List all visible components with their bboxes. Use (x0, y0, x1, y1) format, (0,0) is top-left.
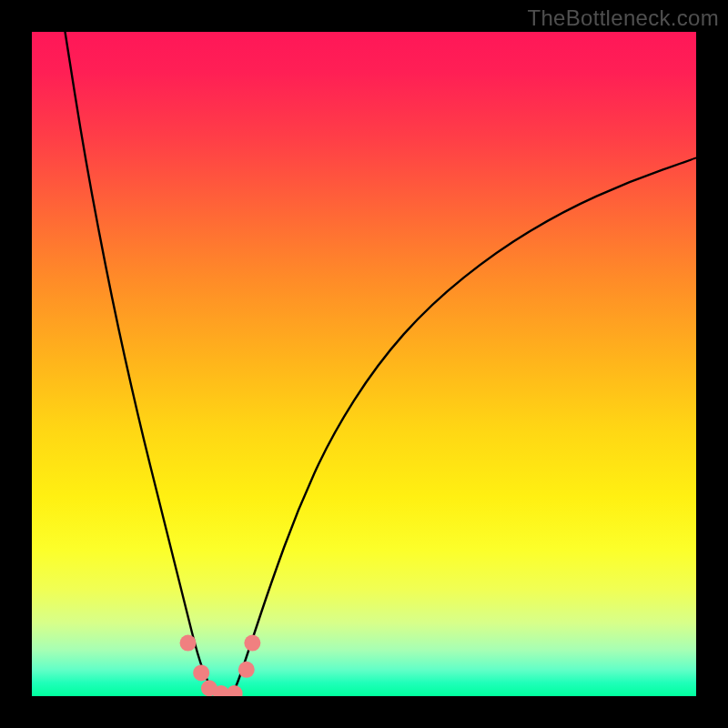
plot-area (32, 32, 696, 696)
curve-marker (238, 662, 255, 678)
curve-marker (180, 635, 197, 652)
curve-markers (180, 635, 261, 696)
bottleneck-curve (66, 32, 697, 696)
curve-marker (193, 664, 209, 681)
curve-marker (227, 685, 243, 696)
curve-layer (32, 32, 696, 696)
curve-marker (244, 635, 260, 652)
watermark-text: TheBottleneck.com (527, 5, 719, 31)
chart-frame: TheBottleneck.com (0, 0, 728, 728)
